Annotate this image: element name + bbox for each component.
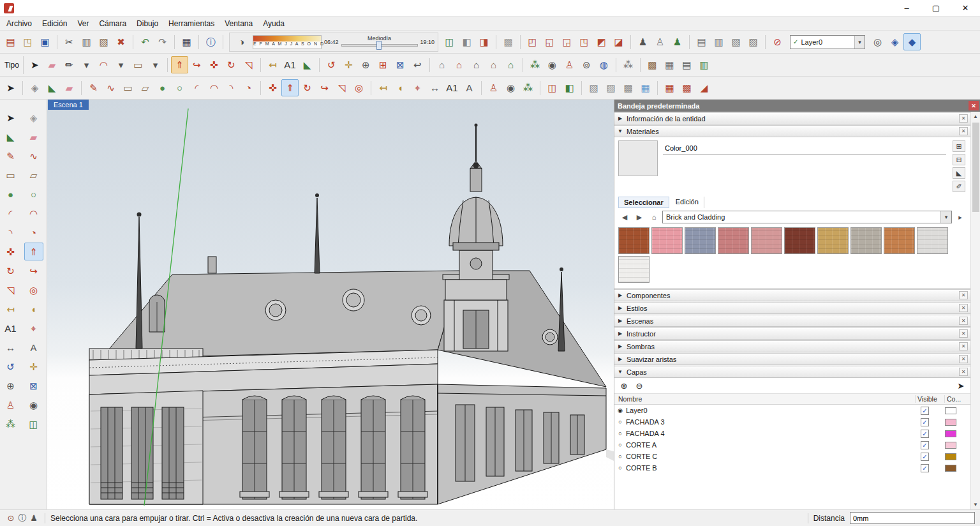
zoom-photo-icon[interactable]: ⊚ xyxy=(578,56,595,73)
layer-radio[interactable]: ○ xyxy=(614,442,626,448)
zoom-extents-icon[interactable]: ⊠ xyxy=(24,377,43,395)
section-fill-icon[interactable]: ◧ xyxy=(561,79,578,96)
box-tool-3-icon[interactable]: ▩ xyxy=(620,79,637,96)
layer-color-cell[interactable] xyxy=(945,453,970,460)
tab-seleccionar[interactable]: Seleccionar xyxy=(618,197,669,208)
extension-style-icon[interactable]: ▨ xyxy=(745,33,762,50)
column-color[interactable]: Co... xyxy=(945,395,970,403)
layer-visible-checkbox[interactable]: ✓ xyxy=(916,453,945,461)
follow-me-icon[interactable]: ↪ xyxy=(316,79,333,96)
zoom-icon[interactable]: ⊕ xyxy=(1,377,20,395)
make-component-icon[interactable]: ◈ xyxy=(26,79,43,96)
paint-cursor-icon[interactable]: ◣ xyxy=(953,167,965,179)
push-pull-icon[interactable]: ⇑ xyxy=(24,243,43,260)
copy-icon[interactable]: ▥ xyxy=(78,33,95,50)
move-icon[interactable]: ✜ xyxy=(205,56,223,73)
menu-item[interactable]: Archivo xyxy=(1,18,37,29)
profile-style-icon[interactable]: ▥ xyxy=(710,33,727,50)
scroll-down-icon[interactable]: ▼ xyxy=(971,500,980,509)
text-label-icon[interactable]: A1 xyxy=(443,79,461,96)
paint-icon[interactable]: ◣ xyxy=(1,128,20,146)
layer-visible-checkbox[interactable]: ✓ xyxy=(916,464,945,472)
edge-style-icon[interactable]: ▤ xyxy=(693,33,710,50)
layer-radio[interactable]: ○ xyxy=(614,419,626,425)
plaster-white-swatch[interactable] xyxy=(618,256,650,283)
secondary-pane-icon[interactable]: ⊟ xyxy=(953,154,965,165)
three-point-arc-icon[interactable]: ◝ xyxy=(223,79,240,96)
in-model-icon[interactable]: ⌂ xyxy=(648,211,660,223)
distance-input[interactable] xyxy=(850,512,975,524)
circle-icon[interactable]: ● xyxy=(154,79,171,96)
layer-radio[interactable]: ○ xyxy=(614,465,626,471)
section-close-icon[interactable]: ✕ xyxy=(959,291,968,299)
arc-icon[interactable]: ◠ xyxy=(95,56,112,73)
pie-icon[interactable]: ◔ xyxy=(240,79,257,96)
iso-view-icon[interactable]: ◆ xyxy=(903,33,921,50)
orbit-icon[interactable]: ↺ xyxy=(1,357,20,375)
credits-icon[interactable]: ⓘ xyxy=(17,513,28,524)
polygon-icon[interactable]: ○ xyxy=(24,185,43,203)
arc-caret-icon[interactable]: ▾ xyxy=(112,56,130,73)
shadow-time-slider[interactable]: Mediodía xyxy=(341,35,418,49)
section-plane-icon[interactable]: ◫ xyxy=(441,33,458,50)
layers-box-icon[interactable]: ▥ xyxy=(695,56,713,73)
brick-tan-swatch[interactable] xyxy=(817,227,849,254)
rotate-icon[interactable]: ↻ xyxy=(223,56,240,73)
cut-icon[interactable]: ✂ xyxy=(61,33,78,50)
three-d-text-icon[interactable]: A xyxy=(461,79,478,96)
walk-icon[interactable]: ⁂ xyxy=(519,79,537,96)
menu-item[interactable]: Dibujo xyxy=(131,18,163,29)
details-arrow-icon[interactable]: ▸ xyxy=(954,211,967,223)
layer-color-swatch[interactable] xyxy=(945,442,956,449)
delete-layer-icon[interactable]: ⊖ xyxy=(634,380,645,391)
paint-bucket-icon[interactable]: ◣ xyxy=(299,56,316,73)
shadows-toggle-icon[interactable]: ◑ xyxy=(233,33,250,50)
layer-row[interactable]: ◉ Layer0 ✓ xyxy=(614,405,970,416)
open-icon[interactable]: ◳ xyxy=(19,33,36,50)
layer-color-swatch[interactable] xyxy=(945,465,956,472)
paint-icon[interactable]: ◣ xyxy=(43,79,61,96)
layer-color-swatch[interactable] xyxy=(945,407,956,414)
position-camera-icon[interactable]: ♙ xyxy=(561,56,578,73)
protractor-icon[interactable]: ◖ xyxy=(24,300,43,318)
pie-icon[interactable]: ◔ xyxy=(24,223,43,241)
redo-icon[interactable]: ↷ xyxy=(154,33,171,50)
pavers-pink-swatch[interactable] xyxy=(751,227,782,254)
three-d-text-icon[interactable]: A xyxy=(24,338,43,356)
user-claim-icon[interactable]: ♟ xyxy=(28,513,40,524)
section-close-icon[interactable]: ✕ xyxy=(959,368,968,376)
section-plane-icon[interactable]: ◫ xyxy=(544,79,561,96)
tape-measure-icon[interactable]: ↤ xyxy=(375,79,392,96)
follow-me-icon[interactable]: ↪ xyxy=(24,262,43,280)
section-close-icon[interactable]: ✕ xyxy=(959,127,968,135)
walk-person-icon[interactable]: ♟ xyxy=(669,33,686,50)
section-close-icon[interactable]: ✕ xyxy=(959,355,968,363)
zoom-extents-icon[interactable]: ⊠ xyxy=(392,56,409,73)
layer-color-cell[interactable] xyxy=(945,419,970,426)
section-sombras[interactable]: ▶ Sombras ✕ xyxy=(614,340,970,352)
polygon-icon[interactable]: ○ xyxy=(171,79,188,96)
layer-row[interactable]: ○ FACHADA 4 ✓ xyxy=(614,428,970,439)
edit-person-icon[interactable]: ♙ xyxy=(651,33,669,50)
pan-icon[interactable]: ✛ xyxy=(24,357,43,375)
tab-edicion[interactable]: Edición xyxy=(671,197,704,208)
stone-blue-swatch[interactable] xyxy=(685,227,716,254)
walk-icon[interactable]: ⁂ xyxy=(526,56,544,73)
tray-title-bar[interactable]: Bandeja predeterminada ✕ xyxy=(614,100,980,112)
maximize-button[interactable]: ▢ xyxy=(921,0,951,17)
three-point-arc-icon[interactable]: ◝ xyxy=(1,223,20,241)
section-close-icon[interactable]: ✕ xyxy=(959,304,968,312)
scroll-thumb[interactable] xyxy=(972,123,979,212)
dimensions-icon[interactable]: ↔ xyxy=(426,79,443,96)
solid-split-icon[interactable]: ◪ xyxy=(610,33,627,50)
minimize-button[interactable]: – xyxy=(892,0,921,17)
orbit-icon[interactable]: ↺ xyxy=(323,56,340,73)
shadow-time-thumb[interactable] xyxy=(376,41,382,50)
protractor-icon[interactable]: ◖ xyxy=(392,79,409,96)
depth-cue-style-icon[interactable]: ▧ xyxy=(727,33,745,50)
shadow-date-slider[interactable]: E F M A M J J A S O N D xyxy=(253,35,322,49)
box-tool-2-icon[interactable]: ▨ xyxy=(602,79,620,96)
rotate-icon[interactable]: ↻ xyxy=(299,79,316,96)
layer-color-cell[interactable] xyxy=(945,407,970,414)
menu-item[interactable]: Ventana xyxy=(219,18,258,29)
